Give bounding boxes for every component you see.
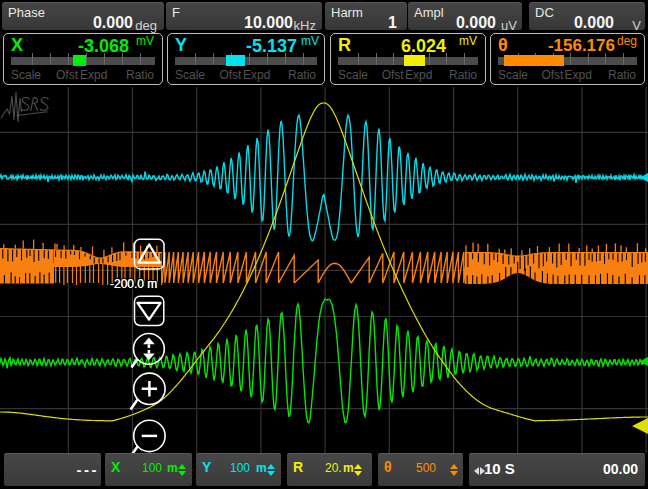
svg-text:-200.0 m: -200.0 m [110,277,157,291]
